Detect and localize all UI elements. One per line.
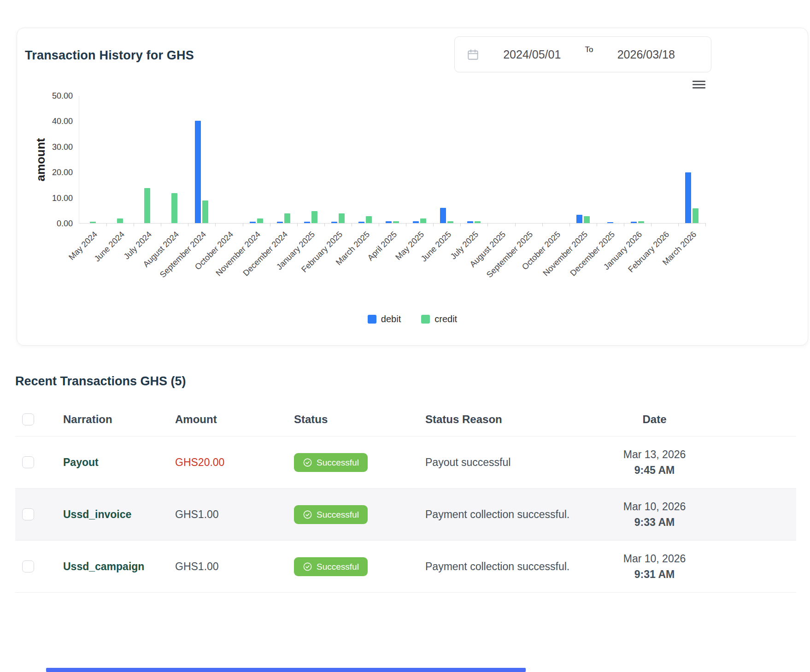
row-checkbox[interactable]: [22, 560, 34, 572]
check-circle-icon: [303, 510, 312, 519]
credit-bar[interactable]: [638, 221, 644, 223]
credit-bar[interactable]: [693, 208, 698, 223]
check-circle-icon: [303, 458, 312, 467]
status-label: Successful: [317, 458, 359, 467]
debit-bar[interactable]: [358, 222, 364, 223]
y-axis-ticks: 50.0040.0030.0020.0010.000.00: [26, 96, 73, 224]
debit-bar[interactable]: [413, 221, 419, 223]
date-to-value[interactable]: 2026/03/18: [593, 48, 699, 61]
debit-bar[interactable]: [277, 222, 283, 223]
date-value: Mar 10, 2026: [577, 501, 732, 513]
legend-item-credit[interactable]: credit: [421, 314, 457, 324]
credit-bar[interactable]: [202, 200, 208, 223]
amount-value: GHS20.00: [175, 456, 224, 468]
debit-bar[interactable]: [386, 221, 392, 223]
credit-bar[interactable]: [284, 213, 290, 223]
time-value: 9:45 AM: [577, 464, 732, 477]
y-axis-tick-label: 10.00: [52, 193, 73, 203]
status-reason: Payment collection successful.: [425, 560, 569, 572]
debit-bar[interactable]: [576, 215, 582, 223]
bar-group: [270, 96, 297, 223]
partial-clipped-element: [46, 668, 526, 672]
column-header-date: Date: [577, 413, 732, 426]
bar-group: [460, 96, 487, 223]
amount-value: GHS1.00: [175, 560, 219, 572]
date-value: Mar 13, 2026: [577, 448, 732, 461]
transaction-row: Ussd_campaignGHS1.00SuccessfulPayment co…: [15, 541, 796, 593]
y-axis-tick-label: 40.00: [52, 117, 73, 126]
column-header-status: Status: [294, 413, 425, 426]
bar-group: [188, 96, 215, 223]
row-checkbox[interactable]: [22, 508, 34, 520]
credit-bar[interactable]: [420, 218, 426, 223]
chart-legend: debitcredit: [17, 314, 808, 324]
date-from-value[interactable]: 2024/05/01: [479, 48, 585, 61]
bar-group: [651, 96, 678, 223]
credit-bar[interactable]: [144, 188, 150, 223]
debit-bar[interactable]: [631, 222, 637, 223]
row-checkbox[interactable]: [22, 456, 34, 468]
credit-bar[interactable]: [366, 216, 372, 223]
time-value: 9:33 AM: [577, 516, 732, 529]
bar-group: [134, 96, 161, 223]
date-range-separator: To: [585, 45, 593, 54]
debit-bar[interactable]: [685, 172, 691, 223]
y-axis-tick-label: 30.00: [52, 142, 73, 152]
bar-group: [297, 96, 324, 223]
debit-bar[interactable]: [607, 222, 613, 223]
column-header-status-reason: Status Reason: [425, 413, 577, 426]
narration-link[interactable]: Ussd_campaign: [63, 560, 144, 572]
debit-swatch: [368, 315, 376, 324]
legend-item-debit[interactable]: debit: [368, 314, 401, 324]
bar-group: [379, 96, 406, 223]
x-axis-labels: May 2024June 2024July 2024August 2024Sep…: [79, 224, 705, 300]
debit-bar[interactable]: [331, 222, 337, 223]
table-body: PayoutGHS20.00SuccessfulPayout successfu…: [15, 436, 796, 593]
legend-label: debit: [381, 314, 401, 324]
credit-bar[interactable]: [339, 213, 345, 223]
credit-bar[interactable]: [171, 193, 177, 223]
bar-group: [542, 96, 569, 223]
bar-group: [433, 96, 460, 223]
legend-label: credit: [434, 314, 457, 324]
narration-link[interactable]: Payout: [63, 456, 99, 468]
column-header-amount: Amount: [175, 413, 294, 426]
debit-bar[interactable]: [195, 121, 201, 223]
narration-link[interactable]: Ussd_invoice: [63, 508, 131, 520]
date-range-picker[interactable]: 2024/05/01 To 2026/03/18: [454, 36, 711, 72]
transaction-row: PayoutGHS20.00SuccessfulPayout successfu…: [15, 436, 796, 489]
credit-bar[interactable]: [584, 216, 590, 223]
credit-bar[interactable]: [257, 218, 263, 223]
bar-group: [106, 96, 134, 223]
transaction-history-card: Transaction History for GHS 2024/05/01 T…: [17, 28, 808, 346]
select-all-checkbox[interactable]: [22, 413, 34, 425]
status-reason: Payout successful: [425, 456, 511, 468]
chart-title: Transaction History for GHS: [25, 48, 194, 63]
status-badge: Successful: [294, 505, 368, 524]
bar-group: [79, 96, 106, 223]
credit-bar[interactable]: [447, 221, 453, 223]
chart-menu-icon[interactable]: [693, 79, 705, 90]
bar-group: [324, 96, 352, 223]
bar-group: [569, 96, 597, 223]
credit-bar[interactable]: [393, 221, 399, 223]
time-value: 9:31 AM: [577, 568, 732, 581]
y-axis-tick-label: 20.00: [52, 168, 73, 177]
credit-bar[interactable]: [475, 221, 481, 223]
credit-bar[interactable]: [90, 222, 96, 223]
bar-group: [487, 96, 515, 223]
status-label: Successful: [317, 562, 359, 571]
transactions-heading: Recent Transactions GHS (5): [15, 374, 796, 389]
debit-bar[interactable]: [250, 222, 256, 223]
credit-bar[interactable]: [311, 211, 317, 223]
debit-bar[interactable]: [440, 208, 446, 223]
transaction-row: Ussd_invoiceGHS1.00SuccessfulPayment col…: [15, 489, 796, 541]
status-badge: Successful: [294, 557, 368, 576]
status-reason: Payment collection successful.: [425, 508, 569, 520]
credit-swatch: [421, 315, 430, 324]
bar-group: [161, 96, 188, 223]
debit-bar[interactable]: [304, 222, 310, 223]
y-axis-tick-label: 50.00: [52, 91, 73, 101]
credit-bar[interactable]: [117, 218, 123, 223]
debit-bar[interactable]: [467, 221, 473, 223]
